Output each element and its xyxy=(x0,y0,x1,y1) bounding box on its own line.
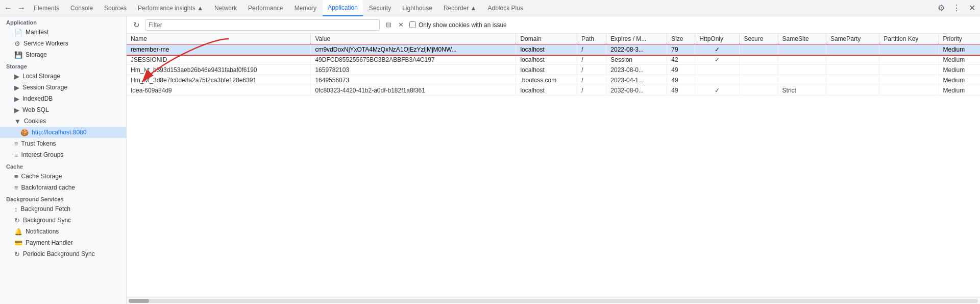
sidebar-item-periodic-bg-sync[interactable]: ↻ Periodic Background Sync xyxy=(0,248,126,260)
table-cell: Strict xyxy=(778,85,826,96)
more-icon[interactable]: ⋮ xyxy=(950,2,963,14)
interest-groups-icon: ≡ xyxy=(14,151,18,159)
sidebar-item-cookies-label: Cookies xyxy=(24,118,46,125)
col-header-expires[interactable]: Expires / M... xyxy=(606,34,667,44)
sidebar-item-background-fetch[interactable]: ↕ Background Fetch xyxy=(0,203,126,215)
tab-recorder[interactable]: Recorder ▲ xyxy=(438,0,482,16)
section-label-background-services: Background Services xyxy=(0,193,126,203)
sidebar-item-indexeddb[interactable]: ▶ IndexedDB xyxy=(0,93,126,104)
only-issues-checkbox[interactable] xyxy=(409,21,416,28)
sidebar-item-notifications[interactable]: 🔔 Notifications xyxy=(0,226,126,237)
table-row[interactable]: remember-mecm9vdDoxNjYxOTA4MzQxNzA1OjEzY… xyxy=(127,44,980,55)
tab-sources[interactable]: Sources xyxy=(99,0,132,16)
sidebar-item-storage-app[interactable]: 💾 Storage xyxy=(0,49,126,60)
table-cell: 42 xyxy=(667,55,695,65)
sidebar-item-cache-storage[interactable]: ≡ Cache Storage xyxy=(0,171,126,182)
table-cell: / xyxy=(577,85,606,96)
tab-bar: ← → Elements Console Sources Performance… xyxy=(0,0,980,16)
back-icon[interactable]: ← xyxy=(2,2,14,14)
sidebar-item-interest-groups-label: Interest Groups xyxy=(21,151,64,158)
col-header-path[interactable]: Path xyxy=(577,34,606,44)
table-cell xyxy=(695,75,740,85)
forward-icon[interactable]: → xyxy=(15,2,28,14)
col-header-size[interactable]: Size xyxy=(667,34,695,44)
table-row[interactable]: Hm_lvt_b393d153aeb26b46e9431fabaf0f61901… xyxy=(127,65,980,75)
table-row[interactable]: JSESSIONID49DFCD855255675BC3B2ABBFB3A4C1… xyxy=(127,55,980,65)
table-cell xyxy=(778,65,826,75)
sidebar-item-background-fetch-label: Background Fetch xyxy=(21,205,70,213)
col-header-name[interactable]: Name xyxy=(127,34,311,44)
session-storage-expand-icon: ▶ xyxy=(14,84,19,91)
tab-performance[interactable]: Performance xyxy=(243,0,288,16)
table-cell: ✓ xyxy=(695,44,740,55)
sidebar-item-background-sync[interactable]: ↻ Background Sync xyxy=(0,215,126,226)
col-header-httponly[interactable]: HttpOnly xyxy=(695,34,740,44)
sidebar-item-back-forward-cache-label: Back/forward cache xyxy=(21,184,75,191)
sidebar-item-cookies[interactable]: ▼ Cookies xyxy=(0,115,126,127)
cookies-table-container[interactable]: Name Value Domain Path Expires / M... Si… xyxy=(127,34,980,297)
tab-elements[interactable]: Elements xyxy=(29,0,64,16)
sidebar-item-manifest-label: Manifest xyxy=(26,29,48,36)
table-row[interactable]: Idea-609a84d90fc80323-4420-41b2-a0df-b18… xyxy=(127,85,980,96)
clear-filter-icon[interactable]: ✕ xyxy=(395,19,406,31)
horizontal-scrollbar[interactable] xyxy=(127,297,980,304)
filter-input[interactable] xyxy=(145,19,380,31)
table-cell xyxy=(740,55,778,65)
tab-performance-insights[interactable]: Performance insights ▲ xyxy=(133,0,208,16)
col-header-secure[interactable]: Secure xyxy=(740,34,778,44)
sidebar-item-manifest[interactable]: 📄 Manifest xyxy=(0,27,126,38)
table-cell xyxy=(879,44,939,55)
table-cell: Medium xyxy=(939,55,980,65)
scrollbar-thumb[interactable] xyxy=(129,299,149,303)
tab-security[interactable]: Security xyxy=(364,0,396,16)
filter-cookies-icon[interactable]: ⊟ xyxy=(383,19,394,31)
sidebar-item-localhost[interactable]: 🍪 http://localhost:8080 xyxy=(0,127,126,138)
col-header-priority[interactable]: Priority xyxy=(939,34,980,44)
table-cell: Hm_lvt_3d8e7fc0de8a2a75f2ca3bfe128e6391 xyxy=(127,75,311,85)
sidebar-item-local-storage[interactable]: ▶ Local Storage xyxy=(0,71,126,82)
tab-console[interactable]: Console xyxy=(65,0,98,16)
table-cell: Idea-609a84d9 xyxy=(127,85,311,96)
sidebar-item-storage-app-label: Storage xyxy=(26,51,47,58)
tab-network[interactable]: Network xyxy=(209,0,242,16)
table-row[interactable]: Hm_lvt_3d8e7fc0de8a2a75f2ca3bfe128e63911… xyxy=(127,75,980,85)
sidebar-item-interest-groups[interactable]: ≡ Interest Groups xyxy=(0,149,126,160)
table-cell xyxy=(826,75,879,85)
table-cell: 49 xyxy=(667,65,695,75)
only-issues-label[interactable]: Only show cookies with an issue xyxy=(409,21,507,29)
col-header-sameparty[interactable]: SameParty xyxy=(826,34,879,44)
settings-icon[interactable]: ⚙ xyxy=(935,2,947,14)
sidebar-item-back-forward-cache[interactable]: ≡ Back/forward cache xyxy=(0,182,126,193)
tab-adblock[interactable]: Adblock Plus xyxy=(482,0,528,16)
close-icon[interactable]: ✕ xyxy=(966,2,978,14)
sidebar-item-session-storage[interactable]: ▶ Session Storage xyxy=(0,82,126,93)
localhost-cookie-icon: 🍪 xyxy=(20,129,29,136)
tab-lighthouse[interactable]: Lighthouse xyxy=(397,0,437,16)
toolbar: ↻ ⊟ ✕ Only show cookies with an issue xyxy=(127,16,980,34)
table-header-row: Name Value Domain Path Expires / M... Si… xyxy=(127,34,980,44)
periodic-bg-sync-icon: ↻ xyxy=(14,250,20,258)
indexeddb-expand-icon: ▶ xyxy=(14,95,19,103)
sidebar-item-payment-handler[interactable]: 💳 Payment Handler xyxy=(0,237,126,248)
table-cell: / xyxy=(577,75,606,85)
col-header-samesite[interactable]: SameSite xyxy=(778,34,826,44)
col-header-domain[interactable]: Domain xyxy=(516,34,577,44)
table-cell xyxy=(740,44,778,55)
table-cell: .bootcss.com xyxy=(516,75,577,85)
sidebar-item-trust-tokens[interactable]: ≡ Trust Tokens xyxy=(0,138,126,149)
tab-application[interactable]: Application xyxy=(323,0,363,16)
sidebar-item-web-sql[interactable]: ▶ Web SQL xyxy=(0,104,126,115)
table-cell: Medium xyxy=(939,44,980,55)
table-cell: JSESSIONID xyxy=(127,55,311,65)
section-label-application: Application xyxy=(0,16,126,27)
scrollbar-track xyxy=(129,299,978,303)
cookies-expand-icon: ▼ xyxy=(14,118,21,125)
toolbar-icon-group: ⊟ ✕ xyxy=(383,19,406,31)
refresh-button[interactable]: ↻ xyxy=(131,19,142,31)
col-header-partition-key[interactable]: Partition Key xyxy=(879,34,939,44)
sidebar-item-payment-handler-label: Payment Handler xyxy=(26,239,73,246)
tab-memory[interactable]: Memory xyxy=(289,0,322,16)
local-storage-expand-icon: ▶ xyxy=(14,73,19,80)
col-header-value[interactable]: Value xyxy=(311,34,516,44)
sidebar-item-service-workers[interactable]: ⚙ Service Workers xyxy=(0,38,126,49)
